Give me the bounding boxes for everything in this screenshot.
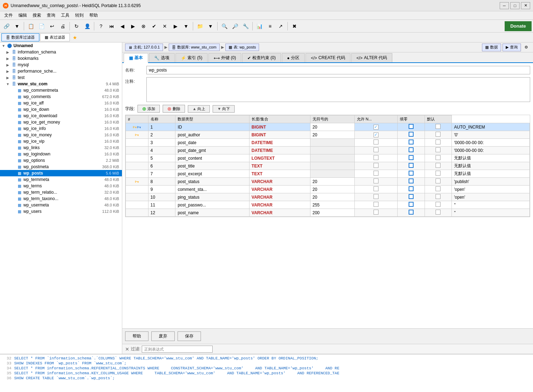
row-zerofill[interactable] xyxy=(425,131,452,139)
close-button[interactable]: ✕ xyxy=(521,2,530,9)
toolbar-btn-user[interactable]: 👤 xyxy=(82,21,92,31)
menu-query[interactable]: 查询 xyxy=(44,12,58,19)
table-row[interactable]: 🗝 2 post_author BIGINT 20 ✓ '0' xyxy=(126,131,530,139)
row-nullable[interactable] xyxy=(397,178,425,186)
row-nullable[interactable] xyxy=(397,201,425,209)
tree-item-information-schema[interactable]: ▶ 🗄 information_schema xyxy=(0,49,122,55)
tree-item-wp-users[interactable]: ▶ ▦ wp_users 112.0 KiB xyxy=(0,208,122,215)
menu-tools[interactable]: 工具 xyxy=(58,12,72,19)
unsigned-checkbox[interactable] xyxy=(374,210,378,215)
tree-item-wp-ice-vip[interactable]: ▶ ▦ wp_ice_vip 16.0 KiB xyxy=(0,138,122,144)
table-filter-tab[interactable]: ▦ 表过滤器 xyxy=(40,33,70,41)
tree-item-wp-postmeta[interactable]: ▶ ▦ wp_postmeta 368.0 KiB xyxy=(0,164,122,170)
zerofill-checkbox[interactable] xyxy=(436,186,441,191)
breadcrumb-query-tab[interactable]: ▶ 查询 xyxy=(503,44,521,51)
toolbar-btn-table[interactable]: ≡ xyxy=(265,21,275,31)
nullable-checkbox[interactable] xyxy=(409,132,414,137)
row-zerofill[interactable] xyxy=(425,178,452,186)
toolbar-btn-search2[interactable]: 🔎 xyxy=(230,21,240,31)
zerofill-checkbox[interactable] xyxy=(436,163,441,168)
tree-item-wp-termmeta[interactable]: ▶ ▦ wp_termmeta 48.0 KiB xyxy=(0,176,122,183)
minimize-button[interactable]: ─ xyxy=(500,2,509,9)
unsigned-checkbox[interactable] xyxy=(374,140,378,144)
toolbar-btn-wrench[interactable]: 🔧 xyxy=(241,21,251,31)
tree-item-wp-ice-aff[interactable]: ▶ ▦ wp_ice_aff 16.0 KiB xyxy=(0,100,122,106)
row-zerofill[interactable] xyxy=(425,201,452,209)
row-nullable[interactable] xyxy=(397,186,425,193)
row-zerofill[interactable] xyxy=(425,170,452,178)
zerofill-checkbox[interactable] xyxy=(436,178,441,183)
table-row[interactable]: 9 comment_sta... VARCHAR 20 'open' xyxy=(126,186,530,193)
tree-item-wp-comments[interactable]: ▶ ▦ wp_comments 672.0 KiB xyxy=(0,93,122,100)
toolbar-btn-folder[interactable]: 📁 xyxy=(195,21,205,31)
menu-help[interactable]: 帮助 xyxy=(86,12,101,19)
tree-item-wp-usermeta[interactable]: ▶ ▦ wp_usermeta 48.0 KiB xyxy=(0,202,122,208)
breadcrumb-table[interactable]: ▦ 表: wp_posts xyxy=(225,44,259,51)
toolbar-btn-x[interactable]: ✕ xyxy=(160,21,170,31)
unsigned-checkbox[interactable] xyxy=(374,155,378,160)
zerofill-checkbox[interactable] xyxy=(436,155,441,160)
menu-search[interactable]: 搜索 xyxy=(30,12,44,19)
row-nullable[interactable] xyxy=(397,131,425,139)
toolbar-btn-close[interactable]: ✖ xyxy=(290,21,299,31)
table-row[interactable]: 10 ping_status VARCHAR 20 'open' xyxy=(126,193,530,201)
row-zerofill[interactable] xyxy=(425,139,452,147)
breadcrumb-data-tab[interactable]: ▦ 数据 xyxy=(482,44,501,51)
row-unsigned[interactable] xyxy=(354,186,397,193)
tree-item-wp-ice-money[interactable]: ▶ ▦ wp_ice_money 16.0 KiB xyxy=(0,132,122,138)
row-zerofill[interactable] xyxy=(425,123,452,131)
toolbar-btn-refresh[interactable]: ↻ xyxy=(72,21,82,31)
tab-alter-code[interactable]: </> ALTER 代码 xyxy=(351,53,392,62)
row-unsigned[interactable] xyxy=(354,139,397,147)
tab-check[interactable]: ✔ 检查约束 (0) xyxy=(242,53,281,62)
tree-root[interactable]: ▼ 🔵 Unnamed xyxy=(0,42,122,49)
zerofill-checkbox[interactable] xyxy=(436,140,441,144)
row-nullable[interactable] xyxy=(397,139,425,147)
tab-partition[interactable]: ● 分区 xyxy=(282,53,305,62)
zerofill-checkbox[interactable] xyxy=(436,124,441,129)
tab-create-code[interactable]: </> CREATE 代码 xyxy=(305,53,350,62)
tree-item-wp-ice-download[interactable]: ▶ ▦ wp_ice_download 16.0 KiB xyxy=(0,113,122,119)
tree-scroll[interactable]: ▼ 🔵 Unnamed ▶ 🗄 information_schema ▶ 🗄 b… xyxy=(0,42,122,354)
toolbar-btn-run2[interactable]: ▼ xyxy=(181,21,191,31)
fields-table-container[interactable]: # 名称 数据类型 长度/集合 无符号的 允许 N... 填零 默认 🗝🗝 1 … xyxy=(125,115,530,217)
filter-close-icon[interactable]: ✕ xyxy=(125,346,129,352)
zerofill-checkbox[interactable] xyxy=(436,147,441,152)
toolbar-btn-1[interactable]: 🔗 xyxy=(1,21,11,31)
tree-item-wp-links[interactable]: ▶ ▦ wp_links 32.0 KiB xyxy=(0,144,122,151)
move-down-button[interactable]: ▼ 向下 xyxy=(213,105,235,113)
table-row[interactable]: 🗝🗝 1 ID BIGINT 20 ✓ AUTO_INCREM xyxy=(126,123,530,131)
menu-goto[interactable]: 转到 xyxy=(72,12,86,19)
tree-item-wp-terms[interactable]: ▶ ▦ wp_terms 48.0 KiB xyxy=(0,183,122,189)
toolbar-btn-export[interactable]: ↗ xyxy=(276,21,286,31)
unsigned-checkbox[interactable] xyxy=(374,163,378,168)
menu-edit[interactable]: 编辑 xyxy=(16,12,30,19)
sql-log[interactable]: 32 SELECT * FROM `information_schema`.`C… xyxy=(0,354,533,392)
tree-item-mysql[interactable]: ▶ 🗄 mysql xyxy=(0,62,122,68)
nullable-checkbox[interactable] xyxy=(409,202,414,207)
table-row[interactable]: 3 post_date DATETIME '0000-00-00 00: xyxy=(126,139,530,147)
row-nullable[interactable] xyxy=(397,170,425,178)
toolbar-btn-fwd[interactable]: ▶ xyxy=(128,21,138,31)
unsigned-checkbox[interactable] xyxy=(374,186,378,191)
tree-item-wp-options[interactable]: ▶ ▦ wp_options 2.2 MiB xyxy=(0,157,122,164)
row-zerofill[interactable] xyxy=(425,209,452,217)
toolbar-btn-stop[interactable]: ⊗ xyxy=(139,21,148,31)
toolbar-btn-help[interactable]: ? xyxy=(96,21,106,31)
toolbar-btn-prev[interactable]: ⏮ xyxy=(107,21,117,31)
tree-item-bookmarks[interactable]: ▶ 🗄 bookmarks xyxy=(0,55,122,62)
row-nullable[interactable] xyxy=(397,162,425,170)
toolbar-btn-search[interactable]: 🔍 xyxy=(219,21,229,31)
tab-foreign-keys[interactable]: ⟷ 外键 (0) xyxy=(208,53,241,62)
nullable-checkbox[interactable] xyxy=(409,194,414,199)
nullable-checkbox[interactable] xyxy=(409,155,414,160)
row-unsigned[interactable]: ✓ xyxy=(354,123,397,131)
nullable-checkbox[interactable] xyxy=(409,210,414,215)
row-nullable[interactable] xyxy=(397,123,425,131)
zerofill-checkbox[interactable] xyxy=(436,194,441,199)
unsigned-checkbox[interactable] xyxy=(374,178,378,183)
row-unsigned[interactable] xyxy=(354,154,397,162)
nullable-checkbox[interactable] xyxy=(409,124,414,129)
row-unsigned[interactable]: ✓ xyxy=(354,131,397,139)
row-unsigned[interactable] xyxy=(354,162,397,170)
